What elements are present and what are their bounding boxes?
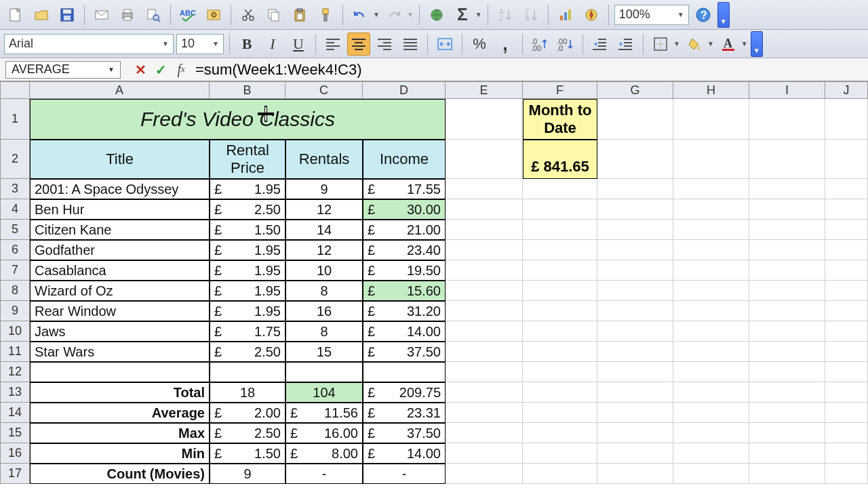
new-icon[interactable]	[4, 3, 27, 26]
cell[interactable]	[825, 199, 868, 220]
cell[interactable]	[597, 423, 673, 443]
cell[interactable]	[673, 240, 749, 260]
underline-button[interactable]: U	[287, 33, 310, 56]
cell[interactable]	[673, 281, 749, 301]
cell[interactable]	[446, 260, 523, 281]
increase-indent-icon[interactable]	[614, 33, 637, 56]
cell[interactable]	[673, 301, 749, 321]
toolbar2-expand[interactable]: ▼	[751, 31, 763, 57]
column-header[interactable]: B	[210, 81, 285, 99]
align-justify-icon[interactable]	[399, 33, 422, 56]
row-header[interactable]: 7	[0, 260, 30, 281]
cell[interactable]	[749, 199, 825, 220]
cell[interactable]	[673, 321, 749, 342]
cell[interactable]	[446, 342, 523, 362]
column-header[interactable]: E	[446, 81, 523, 99]
movie-title[interactable]: 2001: A Space Odyssey	[30, 179, 210, 199]
cell[interactable]	[523, 362, 597, 382]
formula-input[interactable]	[191, 60, 863, 79]
movie-title[interactable]: Wizard of Oz	[30, 281, 210, 301]
format-paintbrush-icon[interactable]	[314, 3, 337, 26]
align-center-icon[interactable]	[347, 33, 370, 56]
cell[interactable]	[523, 220, 597, 240]
font-color-dropdown[interactable]: ▼	[741, 40, 748, 47]
redo-dropdown[interactable]: ▼	[407, 11, 414, 18]
summary-label[interactable]: Count (Movies)	[30, 464, 210, 484]
cell[interactable]	[825, 342, 868, 362]
row-header[interactable]: 6	[0, 240, 30, 260]
row-header[interactable]: 17	[0, 464, 30, 484]
cell[interactable]	[446, 321, 523, 342]
summary-label[interactable]: Min	[30, 443, 210, 464]
cell[interactable]	[749, 342, 825, 362]
movie-income[interactable]: £14.00	[363, 321, 446, 342]
cell[interactable]	[825, 382, 868, 403]
cell[interactable]	[523, 382, 597, 403]
summary-c[interactable]: £8.00	[285, 443, 363, 464]
row-header[interactable]: 3	[0, 179, 30, 199]
summary-d[interactable]: £37.50	[363, 423, 446, 443]
movie-income[interactable]: £37.50	[363, 342, 446, 362]
summary-b[interactable]: 9	[210, 464, 285, 484]
cell[interactable]	[825, 281, 868, 301]
copy-icon[interactable]	[262, 3, 285, 26]
cell[interactable]	[673, 140, 749, 179]
cell[interactable]	[825, 443, 868, 464]
cell[interactable]	[446, 199, 523, 220]
movie-title[interactable]: Citizen Kane	[30, 220, 210, 240]
cell[interactable]	[597, 179, 673, 199]
column-header[interactable]: A	[30, 81, 210, 99]
cell[interactable]	[825, 140, 868, 179]
cell[interactable]	[673, 220, 749, 240]
cell[interactable]	[597, 403, 673, 423]
summary-c[interactable]: -	[285, 464, 363, 484]
accept-formula-icon[interactable]: ✓	[151, 61, 171, 79]
cell[interactable]	[825, 179, 868, 199]
row-header[interactable]: 9	[0, 301, 30, 321]
paste-icon[interactable]	[288, 3, 311, 26]
cell[interactable]	[597, 443, 673, 464]
cell[interactable]	[749, 321, 825, 342]
cell[interactable]	[597, 382, 673, 403]
cell[interactable]	[597, 240, 673, 260]
cell[interactable]	[523, 301, 597, 321]
fill-color-icon[interactable]	[683, 33, 706, 56]
cell[interactable]	[825, 99, 868, 140]
select-all-corner[interactable]	[0, 81, 30, 99]
undo-icon[interactable]	[349, 3, 372, 26]
header-title[interactable]: Title	[30, 140, 210, 179]
summary-b[interactable]: 18	[210, 382, 285, 403]
cell[interactable]	[673, 99, 749, 140]
header-income[interactable]: Income	[363, 140, 446, 179]
summary-b[interactable]: £2.50	[210, 423, 285, 443]
sort-desc-icon[interactable]: ZA	[519, 3, 542, 26]
font-color-icon[interactable]: A	[717, 33, 740, 56]
percent-icon[interactable]: %	[468, 33, 491, 56]
summary-label[interactable]: Max	[30, 423, 210, 443]
worksheet-title[interactable]: Fred's Video Classics	[30, 99, 446, 140]
sort-asc-icon[interactable]: AZ	[494, 3, 517, 26]
cell[interactable]	[446, 443, 523, 464]
cell[interactable]	[825, 362, 868, 382]
movie-rentals[interactable]: 8	[285, 321, 363, 342]
row-header[interactable]: 11	[0, 342, 30, 362]
month-to-date-label[interactable]: Month toDate	[523, 99, 597, 140]
cell[interactable]	[363, 362, 446, 382]
spreadsheet[interactable]: ABCDEFGHIJ 1234567891011121314151617 Fre…	[0, 81, 868, 488]
movie-price[interactable]: £1.95	[210, 179, 285, 199]
align-left-icon[interactable]	[321, 33, 344, 56]
autocorrect-icon[interactable]: ⚙	[202, 3, 225, 26]
cell[interactable]	[749, 179, 825, 199]
increase-decimal-icon[interactable]: .0.00	[528, 33, 551, 56]
cell[interactable]	[446, 179, 523, 199]
cell[interactable]	[523, 240, 597, 260]
bold-button[interactable]: B	[235, 33, 258, 56]
movie-rentals[interactable]: 9	[285, 179, 363, 199]
chart-icon[interactable]	[554, 3, 577, 26]
cell[interactable]	[597, 99, 673, 140]
cell[interactable]	[673, 443, 749, 464]
name-box[interactable]: AVERAGE ▼	[5, 61, 121, 79]
borders-dropdown[interactable]: ▼	[673, 40, 680, 47]
cell[interactable]	[749, 362, 825, 382]
movie-rentals[interactable]: 16	[285, 301, 363, 321]
